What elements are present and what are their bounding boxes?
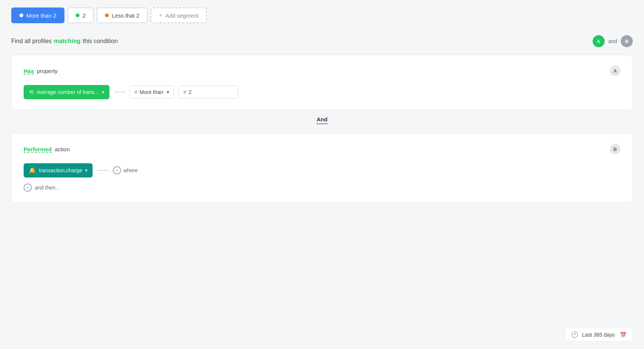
operator-label: More than — [139, 89, 163, 95]
profiles-line: Find all profiles matching this conditio… — [11, 35, 633, 47]
tab-more-than-2-label: More than 2 — [26, 12, 56, 19]
action-label: action — [55, 146, 70, 152]
bell-icon: 🔔 — [29, 167, 36, 174]
hash-icon-operator: # — [135, 89, 138, 95]
plus-icon: + — [159, 12, 162, 19]
avatar-a: A — [593, 35, 605, 47]
card-a-label: Has property — [24, 68, 58, 74]
where-label: where — [123, 167, 138, 173]
action-chevron-icon: ▾ — [85, 168, 87, 173]
and-then-plus-icon: + — [24, 183, 32, 192]
calendar-icon: 📅 — [620, 332, 626, 338]
profiles-prefix: Find all profiles — [11, 38, 52, 45]
chevron-down-icon: ▾ — [102, 89, 104, 95]
condition-b-row: 🔔 transaction.charge ▾ + where — [24, 163, 620, 177]
value-input-container: # — [178, 86, 238, 98]
avatar-b: B — [621, 35, 633, 47]
action-button[interactable]: 🔔 transaction.charge ▾ — [24, 163, 93, 177]
bottom-bar: 🕐 Last 365 days 📅 — [565, 328, 633, 342]
dash-line-a — [114, 92, 125, 92]
where-plus-icon: + — [113, 166, 121, 174]
card-a-header: Has property A — [24, 66, 620, 76]
tab-add-segment[interactable]: + Add segment — [151, 7, 207, 23]
condition-a-card: Has property A ⟲ Average number of trans… — [11, 55, 633, 110]
property-label: property — [37, 68, 58, 74]
value-input[interactable] — [189, 89, 226, 95]
tab-less-than-2[interactable]: Less that 2 — [97, 7, 147, 23]
tab-dot-orange — [105, 13, 109, 17]
tab-2-label: 2 — [82, 12, 85, 19]
action-label-text: transaction.charge — [39, 167, 82, 173]
filter-property-label: Average number of trans... — [37, 89, 99, 95]
condition-b-card: Performed action B 🔔 transaction.charge … — [11, 133, 633, 203]
filter-property-button[interactable]: ⟲ Average number of trans... ▾ — [24, 85, 109, 99]
and-then-row[interactable]: + and then... — [24, 183, 620, 192]
and-text: and — [608, 38, 617, 44]
tab-less-than-2-label: Less that 2 — [112, 12, 139, 19]
tabs-row: More than 2 2 Less that 2 + Add segment — [11, 7, 633, 23]
matching-text: matching — [54, 38, 81, 45]
profiles-line-left: Find all profiles matching this conditio… — [11, 38, 118, 45]
profile-avatars: A and B — [593, 35, 633, 47]
badge-b: B — [610, 144, 620, 154]
and-separator: And — [11, 116, 633, 122]
condition-a-row: ⟲ Average number of trans... ▾ # More th… — [24, 85, 620, 99]
performed-label: Performed — [24, 146, 52, 152]
where-button[interactable]: + where — [113, 166, 138, 174]
card-b-label: Performed action — [24, 146, 70, 152]
operator-chevron-icon: ▾ — [167, 89, 169, 95]
and-label: And — [316, 116, 327, 122]
badge-a: A — [610, 66, 620, 76]
and-then-label: and then... — [35, 185, 60, 191]
tab-2[interactable]: 2 — [67, 7, 94, 23]
tab-dot-active — [19, 13, 23, 17]
filter-icon: ⟲ — [29, 89, 34, 95]
has-label: Has — [24, 68, 34, 74]
tab-more-than-2[interactable]: More than 2 — [11, 7, 64, 23]
operator-select[interactable]: # More than ▾ — [130, 86, 174, 98]
hash-icon-value: # — [183, 89, 186, 95]
tab-dot-green — [76, 13, 79, 17]
card-b-header: Performed action B — [24, 144, 620, 154]
clock-icon: 🕐 — [571, 331, 578, 338]
tab-add-segment-label: Add segment — [165, 12, 198, 19]
date-range-label: Last 365 days — [582, 332, 615, 338]
dash-line-b — [97, 170, 108, 171]
profiles-suffix: this condition — [83, 38, 118, 45]
